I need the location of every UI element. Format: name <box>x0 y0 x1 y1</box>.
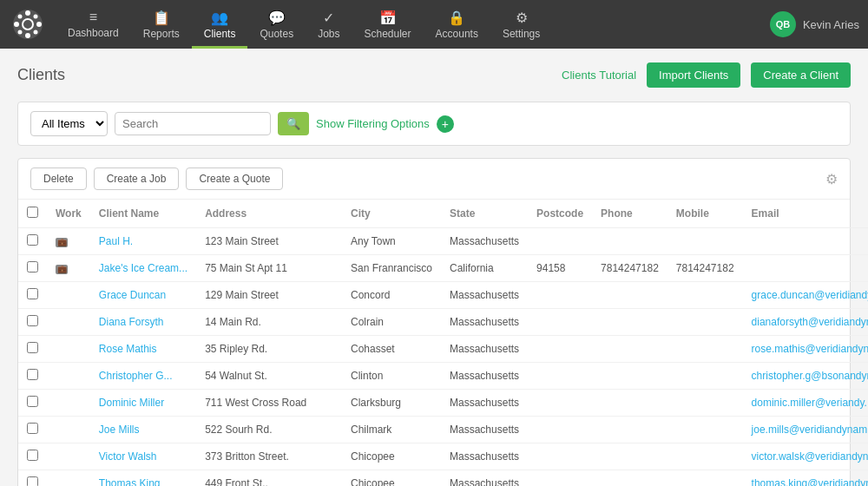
row-checkbox[interactable] <box>27 476 38 486</box>
nav-item-label: Reports <box>143 28 180 40</box>
client-name-link[interactable]: Thomas King <box>99 477 161 486</box>
row-checkbox[interactable] <box>27 396 38 407</box>
dashboard-icon: ≡ <box>89 10 97 25</box>
table-row: Joe Mills522 Sourh Rd.ChilmarkMassachuse… <box>18 417 868 443</box>
nav-item-label: Settings <box>503 28 540 40</box>
client-mobile <box>667 228 743 255</box>
svg-point-8 <box>34 15 38 19</box>
client-name-link[interactable]: Victor Walsh <box>99 450 157 463</box>
client-postcode <box>528 390 592 417</box>
client-state: Massachusetts <box>441 470 528 487</box>
client-name-link[interactable]: Diana Forsyth <box>99 316 164 328</box>
client-name-link[interactable]: Paul H. <box>99 235 133 247</box>
top-navigation: ≡ Dashboard 📋 Reports 👥 Clients 💬 Quotes… <box>0 0 868 49</box>
svg-point-6 <box>18 15 23 19</box>
svg-point-4 <box>14 22 19 27</box>
client-address: 449 Front St.. <box>196 470 342 487</box>
client-name-link[interactable]: Christopher G... <box>99 370 173 382</box>
client-mobile <box>667 282 743 309</box>
client-postcode: 94158 <box>528 255 592 282</box>
client-postcode <box>528 443 592 470</box>
search-input[interactable] <box>115 112 271 135</box>
client-phone <box>592 443 667 470</box>
client-email <box>743 228 868 255</box>
table-row: Christopher G...54 Walnut St.ClintonMass… <box>18 363 868 390</box>
search-button[interactable]: 🔍 <box>278 112 309 135</box>
client-email: victor.walsk@veridiandyn.a... <box>743 443 868 470</box>
client-phone <box>592 336 667 363</box>
create-job-button[interactable]: Create a Job <box>94 167 180 190</box>
client-phone <box>592 390 667 417</box>
create-client-button[interactable]: Create a Client <box>751 62 851 88</box>
client-state: Massachusetts <box>441 443 528 470</box>
client-state: Massachusetts <box>441 228 528 255</box>
client-name-link[interactable]: Joe Mills <box>99 424 140 436</box>
client-name-link[interactable]: Dominic Miller <box>99 397 164 409</box>
create-quote-button[interactable]: Create a Quote <box>186 167 283 190</box>
nav-logo[interactable] <box>9 5 47 43</box>
nav-item-quotes[interactable]: 💬 Quotes <box>247 0 306 49</box>
table-toolbar: Delete Create a Job Create a Quote ⚙ <box>18 159 850 200</box>
table-header-row: Work Client Name Address City State Post… <box>18 200 868 228</box>
client-phone <box>592 282 667 309</box>
row-checkbox[interactable] <box>27 234 38 246</box>
client-state: Massachusetts <box>441 282 528 309</box>
client-name-link[interactable]: Jake's Ice Cream... <box>99 262 187 274</box>
client-address: 129 Main Street <box>196 282 342 309</box>
client-state: California <box>441 255 528 282</box>
briefcase-icon: 💼 <box>56 238 68 247</box>
quotes-icon: 💬 <box>268 10 286 26</box>
client-address: 711 West Cross Road <box>196 390 342 417</box>
add-filter-button[interactable]: + <box>437 115 454 133</box>
nav-item-clients[interactable]: 👥 Clients <box>192 0 248 49</box>
table-area: Delete Create a Job Create a Quote ⚙ Wor… <box>17 158 851 486</box>
row-checkbox[interactable] <box>27 342 38 353</box>
col-city: City <box>342 200 441 228</box>
page-header-actions: Clients Tutorial Import Clients Create a… <box>562 62 851 88</box>
table-settings-icon[interactable]: ⚙ <box>825 171 838 187</box>
nav-item-reports[interactable]: 📋 Reports <box>131 0 192 49</box>
filter-select[interactable]: All ItemsActiveArchived <box>30 111 108 136</box>
client-city: Cohasset <box>342 336 441 363</box>
import-clients-button[interactable]: Import Clients <box>647 62 740 88</box>
jobs-icon: ✓ <box>323 10 334 26</box>
avatar[interactable]: QB <box>770 11 796 37</box>
row-checkbox[interactable] <box>27 288 38 299</box>
row-checkbox[interactable] <box>27 261 38 273</box>
client-name-link[interactable]: Rose Mathis <box>99 343 157 355</box>
client-mobile <box>667 336 743 363</box>
client-address: 14 Main Rd. <box>196 309 342 336</box>
client-city: San Franrancisco <box>342 255 441 282</box>
table-row: Thomas King449 Front St..ChicopeeMassach… <box>18 470 868 487</box>
select-all-checkbox[interactable] <box>27 207 38 218</box>
row-checkbox[interactable] <box>27 315 38 326</box>
col-mobile: Mobile <box>667 200 743 228</box>
client-city: Clinton <box>342 363 441 390</box>
nav-item-label: Jobs <box>318 28 339 40</box>
nav-username: Kevin Aries <box>803 18 859 31</box>
row-checkbox[interactable] <box>27 450 38 461</box>
col-address: Address <box>196 200 342 228</box>
client-postcode <box>528 363 592 390</box>
client-name-link[interactable]: Grace Duncan <box>99 289 166 301</box>
client-phone <box>592 470 667 487</box>
row-checkbox[interactable] <box>27 423 38 434</box>
nav-item-dashboard[interactable]: ≡ Dashboard <box>56 0 131 49</box>
clients-tutorial-link[interactable]: Clients Tutorial <box>562 69 636 82</box>
table-row: Diana Forsyth14 Main Rd.ColrainMassachus… <box>18 309 868 336</box>
delete-button[interactable]: Delete <box>30 167 87 190</box>
page-header: Clients Clients Tutorial Import Clients … <box>17 62 851 88</box>
client-email: grace.duncan@veridiandyn... <box>743 282 868 309</box>
nav-item-label: Dashboard <box>68 27 119 39</box>
show-filtering-options-link[interactable]: Show Filtering Options <box>316 117 430 130</box>
nav-item-jobs[interactable]: ✓ Jobs <box>306 0 352 49</box>
table-row: Rose Mathis35 Ripley Rd.CohassetMassachu… <box>18 336 868 363</box>
nav-item-label: Accounts <box>436 28 478 40</box>
client-email: dominic.miller@veriandy... <box>743 390 868 417</box>
nav-item-accounts[interactable]: 🔒 Accounts <box>424 0 490 49</box>
nav-item-settings[interactable]: ⚙ Settings <box>490 0 552 49</box>
client-phone <box>592 417 667 443</box>
client-state: Massachusetts <box>441 363 528 390</box>
row-checkbox[interactable] <box>27 369 38 380</box>
nav-item-scheduler[interactable]: 📅 Scheduler <box>352 0 424 49</box>
